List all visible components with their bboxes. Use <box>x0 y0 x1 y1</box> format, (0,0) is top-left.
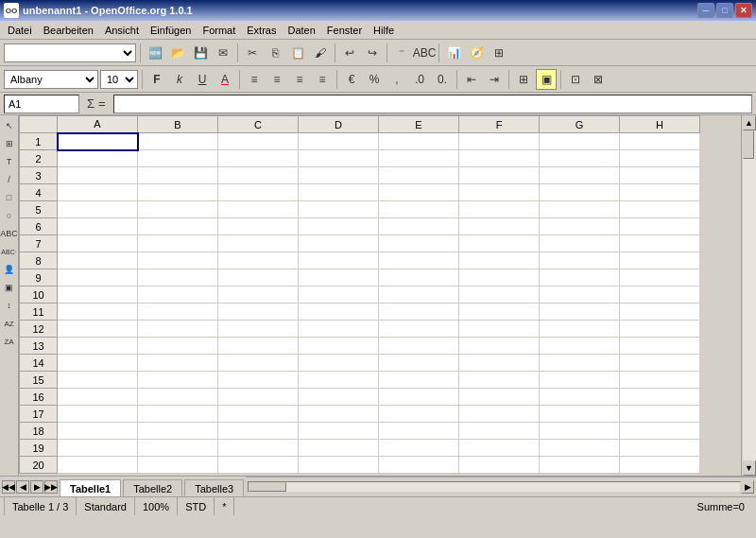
cell-G18[interactable] <box>540 423 620 440</box>
cell-C18[interactable] <box>218 423 299 440</box>
scroll-up-button[interactable]: ▲ <box>743 115 756 130</box>
cell-C5[interactable] <box>218 201 299 218</box>
cell-A10[interactable] <box>58 286 138 304</box>
cell-A11[interactable] <box>58 304 138 321</box>
cell-A2[interactable] <box>58 150 138 167</box>
cell-F2[interactable] <box>459 150 540 167</box>
vertical-scrollbar[interactable]: ▲ ▼ <box>741 115 756 476</box>
open-button[interactable]: 📂 <box>167 43 188 63</box>
cell-B14[interactable] <box>138 355 218 372</box>
cell-A7[interactable] <box>58 235 138 252</box>
borders-button[interactable]: ⊞ <box>513 69 534 90</box>
cell-A14[interactable] <box>58 355 138 372</box>
cell-C11[interactable] <box>218 304 299 321</box>
hyphenation-button[interactable]: ⁻ <box>391 43 412 63</box>
cell-G3[interactable] <box>540 167 620 184</box>
cell-A15[interactable] <box>58 372 138 389</box>
menu-bearbeiten[interactable]: Bearbeiten <box>38 23 99 38</box>
cell-G14[interactable] <box>540 355 620 372</box>
row-header-5[interactable]: 5 <box>20 201 58 218</box>
cell-F14[interactable] <box>459 355 540 372</box>
row-header-7[interactable]: 7 <box>20 235 58 252</box>
cell-F10[interactable] <box>459 286 540 304</box>
cell-A18[interactable] <box>58 423 138 440</box>
cell-E2[interactable] <box>379 150 459 167</box>
cell-G9[interactable] <box>540 269 620 286</box>
italic-button[interactable]: k <box>169 69 190 90</box>
menu-ansicht[interactable]: Ansicht <box>99 23 145 38</box>
cell-D14[interactable] <box>299 355 379 372</box>
cell-C9[interactable] <box>218 269 299 286</box>
cell-B8[interactable] <box>138 252 218 269</box>
cell-F15[interactable] <box>459 372 540 389</box>
cell-G12[interactable] <box>540 321 620 338</box>
cell-E20[interactable] <box>379 457 459 474</box>
cell-D7[interactable] <box>299 235 379 252</box>
merge-cells-button[interactable]: ⊡ <box>565 69 586 90</box>
cell-G19[interactable] <box>540 440 620 457</box>
cell-C12[interactable] <box>218 321 299 338</box>
cell-E8[interactable] <box>379 252 459 269</box>
row-header-12[interactable]: 12 <box>20 321 58 338</box>
row-header-11[interactable]: 11 <box>20 304 58 321</box>
currency-button[interactable]: € <box>341 69 362 90</box>
cell-C4[interactable] <box>218 184 299 201</box>
cell-A8[interactable] <box>58 252 138 269</box>
col-header-e[interactable]: E <box>379 116 459 133</box>
cell-B15[interactable] <box>138 372 218 389</box>
cell-E5[interactable] <box>379 201 459 218</box>
cell-D9[interactable] <box>299 269 379 286</box>
cell-B3[interactable] <box>138 167 218 184</box>
menu-datei[interactable]: Datei <box>2 23 38 38</box>
tab-tabelle3[interactable]: Tabelle3 <box>184 479 244 496</box>
draw-rect-tool[interactable]: □ <box>1 189 18 206</box>
cell-F11[interactable] <box>459 304 540 321</box>
cell-G17[interactable] <box>540 406 620 423</box>
undo-button[interactable]: ↩ <box>339 43 360 63</box>
cell-F3[interactable] <box>459 167 540 184</box>
cell-B18[interactable] <box>138 423 218 440</box>
row-header-2[interactable]: 2 <box>20 150 58 167</box>
cell-G1[interactable] <box>540 133 620 150</box>
spellcheck-tool[interactable]: ABC <box>1 225 18 242</box>
cell-A3[interactable] <box>58 167 138 184</box>
cell-D10[interactable] <box>299 286 379 304</box>
cell-B20[interactable] <box>138 457 218 474</box>
cell-H12[interactable] <box>620 321 700 338</box>
row-header-1[interactable]: 1 <box>20 133 58 150</box>
col-header-g[interactable]: G <box>540 116 620 133</box>
row-header-6[interactable]: 6 <box>20 218 58 235</box>
cell-A19[interactable] <box>58 440 138 457</box>
cell-C16[interactable] <box>218 389 299 406</box>
cell-E15[interactable] <box>379 372 459 389</box>
row-header-9[interactable]: 9 <box>20 269 58 286</box>
row-header-17[interactable]: 17 <box>20 406 58 423</box>
dec-decimal-button[interactable]: 0. <box>432 69 453 90</box>
thousands-button[interactable]: , <box>387 69 407 90</box>
font-name-dropdown[interactable]: Albany <box>4 70 98 89</box>
cell-H17[interactable] <box>620 406 700 423</box>
cell-E3[interactable] <box>379 167 459 184</box>
cell-G8[interactable] <box>540 252 620 269</box>
cell-A13[interactable] <box>58 338 138 355</box>
cell-C14[interactable] <box>218 355 299 372</box>
save-button[interactable]: 💾 <box>190 43 211 63</box>
cell-H11[interactable] <box>620 304 700 321</box>
cell-E19[interactable] <box>379 440 459 457</box>
cell-F17[interactable] <box>459 406 540 423</box>
cell-G7[interactable] <box>540 235 620 252</box>
tab-first-button[interactable]: ◀◀ <box>2 480 15 494</box>
maximize-button[interactable]: □ <box>716 3 733 18</box>
cell-A17[interactable] <box>58 406 138 423</box>
cell-B4[interactable] <box>138 184 218 201</box>
group-tool[interactable]: ▣ <box>1 279 18 296</box>
cell-H8[interactable] <box>620 252 700 269</box>
draw-ellipse-tool[interactable]: ○ <box>1 207 18 224</box>
cell-F9[interactable] <box>459 269 540 286</box>
cell-E7[interactable] <box>379 235 459 252</box>
cell-F20[interactable] <box>459 457 540 474</box>
cell-B13[interactable] <box>138 338 218 355</box>
cell-F12[interactable] <box>459 321 540 338</box>
formula-equals-icon[interactable]: = <box>98 96 106 111</box>
cell-F4[interactable] <box>459 184 540 201</box>
